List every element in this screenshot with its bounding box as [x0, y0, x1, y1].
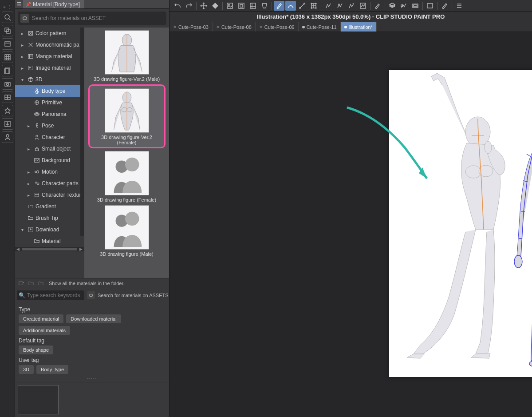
document-tab[interactable]: Illustration*: [341, 22, 377, 32]
close-icon[interactable]: ✕: [216, 24, 220, 29]
document-tab[interactable]: Cute-Pose-11: [299, 22, 341, 32]
new-folder-icon[interactable]: [17, 279, 26, 287]
curve-icon[interactable]: [285, 1, 296, 11]
rail-star-icon[interactable]: [2, 105, 13, 116]
type-chip[interactable]: Additional materials: [19, 326, 70, 335]
undo-icon[interactable]: [172, 1, 183, 11]
shape-icon[interactable]: [210, 1, 221, 11]
type-chip[interactable]: Downloaded material: [66, 314, 121, 323]
line-icon[interactable]: [297, 1, 307, 11]
rail-grid-icon[interactable]: [2, 52, 13, 63]
document-tab[interactable]: ✕Cute-Pose-09: [256, 22, 299, 32]
expand-icon[interactable]: ▸: [21, 43, 26, 48]
move-icon[interactable]: [198, 1, 209, 11]
expand-icon[interactable]: ▾: [21, 77, 26, 82]
rail-camera-icon[interactable]: [2, 78, 13, 90]
folder2-icon[interactable]: [36, 279, 45, 287]
collapse-panel-icon[interactable]: « ⋮: [0, 4, 15, 10]
auto2-icon[interactable]: [335, 1, 345, 11]
window2-icon[interactable]: [425, 1, 435, 11]
rail-table-icon[interactable]: [2, 91, 13, 103]
material-thumb[interactable]: 3D drawing figure (Female): [91, 151, 163, 203]
edit-icon[interactable]: [439, 1, 450, 11]
tree-item-character[interactable]: Character: [15, 131, 84, 143]
tree-item-color-pattern[interactable]: ▸Color pattern: [15, 28, 84, 39]
canvas[interactable]: [389, 70, 532, 377]
expand-icon[interactable]: ▸: [28, 123, 32, 128]
image2-icon[interactable]: [236, 1, 247, 11]
panel-menu-icon[interactable]: ☰: [15, 0, 23, 8]
resize-handle-icon[interactable]: •••••: [15, 377, 169, 382]
rail-user-icon[interactable]: [2, 131, 13, 143]
expand-icon[interactable]: ▸: [21, 66, 26, 71]
viewport[interactable]: [169, 32, 532, 417]
horizontal-scrollbar[interactable]: ◀ ▶: [15, 247, 84, 251]
list-icon[interactable]: [454, 1, 465, 11]
tree-item-pose[interactable]: ▸Pose: [15, 120, 84, 131]
auto1-icon[interactable]: [323, 1, 334, 11]
keyword-search-box[interactable]: 🔍: [17, 290, 84, 300]
tree-item-brush-tip[interactable]: Brush Tip: [15, 212, 84, 224]
svg-point-31: [127, 107, 132, 112]
tree-item-download[interactable]: ▾Download: [15, 224, 84, 235]
mesh-icon[interactable]: [308, 1, 319, 11]
rail-download-icon[interactable]: [2, 118, 13, 130]
type-chip[interactable]: Created material: [19, 314, 63, 323]
tree-item-small-object[interactable]: ▸Small object: [15, 143, 84, 155]
expand-icon[interactable]: ▸: [21, 54, 26, 59]
tree-item-primitive[interactable]: Primitive: [15, 97, 84, 108]
redo-icon[interactable]: [184, 1, 194, 11]
auto4-icon[interactable]: [358, 1, 368, 11]
user-tag-chip[interactable]: Body_type: [36, 365, 68, 374]
close-icon[interactable]: ✕: [259, 24, 263, 29]
auto3-icon[interactable]: [346, 1, 357, 11]
auto5-icon[interactable]: [398, 1, 409, 11]
crop-icon[interactable]: [248, 1, 258, 11]
material-thumb[interactable]: 3D drawing figure-Ver.2 (Male): [91, 30, 163, 82]
tree-item-background[interactable]: Background: [15, 155, 84, 166]
tree-item-body-type[interactable]: Body type: [15, 85, 84, 97]
rail-quicksearch-icon[interactable]: [2, 12, 13, 23]
panel-title-tab[interactable]: 📌 Material [Body type]: [23, 0, 84, 8]
tree-item-image-material[interactable]: ▸Image material: [15, 62, 84, 74]
pen-icon[interactable]: [274, 1, 284, 11]
material-thumb[interactable]: 3D drawing figure-Ver.2 (Female): [88, 84, 166, 148]
frame-icon[interactable]: [410, 1, 421, 11]
keyword-search-input[interactable]: [27, 292, 94, 298]
layers2-icon[interactable]: [387, 1, 398, 11]
expand-icon[interactable]: ▸: [28, 170, 32, 175]
tree-item-gradient[interactable]: Gradient: [15, 201, 84, 212]
tree-item-3d[interactable]: ▾3D: [15, 74, 84, 85]
expand-icon[interactable]: ▾: [21, 227, 26, 232]
image1-icon[interactable]: [225, 1, 235, 11]
assets-link[interactable]: Search for materials on ASSETS: [87, 291, 169, 299]
tree-item-character-textur[interactable]: ▸Character Textur: [15, 189, 84, 201]
close-icon[interactable]: ✕: [173, 24, 177, 29]
vertical-scrollbar[interactable]: [80, 28, 84, 236]
svg-rect-40: [240, 4, 243, 7]
tree-item-monochromatic-pa[interactable]: ▸Monochromatic pa: [15, 39, 84, 51]
user-tag-chip[interactable]: 3D: [19, 365, 34, 374]
brush-icon[interactable]: [372, 1, 383, 11]
expand-icon[interactable]: ▸: [21, 31, 26, 36]
tree-item-manga-material[interactable]: ▸Manga material: [15, 51, 84, 62]
default-tag-chip[interactable]: Body shape: [19, 346, 53, 354]
rail-layers-icon[interactable]: [2, 25, 13, 36]
rail-files-icon[interactable]: [2, 65, 13, 76]
document-tab[interactable]: ✕Cute-Pose-08: [213, 22, 256, 32]
expand-icon[interactable]: ▸: [28, 147, 32, 151]
search-assets-bar[interactable]: Search for materials on ASSET: [18, 12, 166, 25]
expand-icon[interactable]: ▸: [28, 193, 32, 198]
folder-icon[interactable]: [27, 279, 35, 287]
pin-icon: 📌: [26, 2, 31, 7]
rail-window-icon[interactable]: [2, 38, 13, 50]
expand-icon[interactable]: ▸: [28, 181, 32, 186]
tree-item-character-parts[interactable]: ▸Character parts: [15, 178, 84, 189]
tree-item-material[interactable]: Material: [15, 235, 84, 247]
transform-icon[interactable]: [259, 1, 270, 11]
material-thumb[interactable]: 3D drawing figure (Male): [91, 205, 163, 257]
tree-item-panorama[interactable]: Panorama: [15, 108, 84, 120]
tree-item-motion[interactable]: ▸Motion: [15, 166, 84, 178]
tree-item-label: Panorama: [42, 111, 66, 117]
document-tab[interactable]: ✕Cute-Pose-03: [169, 22, 213, 32]
